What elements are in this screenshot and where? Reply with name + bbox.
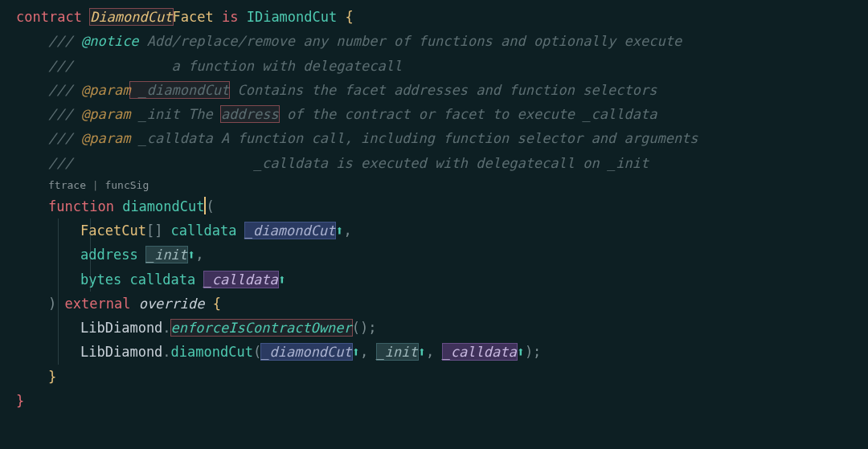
arrow-icon: ⬆	[335, 222, 343, 239]
arrow-icon: ⬆	[517, 344, 525, 360]
function-signature: function diamondCut(	[16, 194, 852, 218]
lib-name: LibDiamond	[80, 320, 162, 336]
space	[368, 344, 376, 360]
doc-slashes: ///	[48, 33, 73, 49]
brace-open: {	[205, 296, 221, 312]
paren-open: (	[207, 198, 215, 214]
array-brackets: []	[146, 222, 171, 239]
param-diamondcut: _diamondCut	[245, 222, 336, 239]
function-name: diamondCut	[122, 198, 204, 214]
doc-text: Add/replace/remove any number of functio…	[139, 33, 682, 49]
type-bytes: bytes	[80, 271, 129, 288]
comma: ,	[426, 344, 434, 360]
doc-text: Contains the facet addresses and functio…	[229, 82, 657, 98]
doc-slashes: ///	[48, 58, 73, 74]
brace-close: }	[48, 369, 56, 385]
doc-comment: /// @param _diamondCut Contains the face…	[16, 78, 852, 102]
doc-comment: /// @param _init The address of the cont…	[16, 102, 852, 126]
type-address: address	[80, 247, 138, 263]
method-diamondcut: diamondCut	[171, 344, 253, 360]
comma: ,	[195, 247, 203, 263]
codelens-separator: |	[86, 179, 104, 191]
doc-comment: /// @param _calldata A function call, in…	[16, 126, 852, 150]
doc-tag-notice: @notice	[73, 33, 139, 49]
function-param: bytes calldata _calldata⬆	[16, 267, 852, 292]
brace-close-line: }	[16, 389, 852, 413]
paren-close-semi: );	[525, 344, 541, 360]
doc-param-name: _diamondCut	[130, 82, 229, 98]
doc-comment: /// @notice Add/replace/remove any numbe…	[16, 29, 852, 53]
codelens-ftrace[interactable]: ftrace	[48, 179, 86, 191]
dot: .	[162, 344, 170, 360]
param-calldata: _calldata	[204, 271, 278, 288]
function-param: address _init⬆,	[16, 243, 852, 267]
comma: ,	[360, 344, 368, 360]
paren-close: )	[48, 296, 56, 312]
keyword-external: external	[65, 296, 131, 312]
codelens-funcsig[interactable]: funcSig	[104, 179, 149, 191]
code-line: contract DiamondCutFacet is IDiamondCut …	[16, 5, 852, 29]
keyword-contract: contract	[16, 9, 82, 25]
method-enforce-owner: enforceIsContractOwner	[171, 320, 352, 336]
doc-slashes: ///	[48, 130, 73, 146]
doc-comment: /// a function with delegatecall	[16, 54, 852, 78]
brace-open: {	[337, 9, 353, 25]
keyword-is: is	[222, 9, 238, 25]
doc-tag-param: @param	[73, 130, 131, 146]
arg-diamondcut: _diamondCut	[261, 344, 352, 360]
doc-text: _calldata is executed with delegatecall …	[73, 155, 649, 171]
arrow-icon: ⬆	[352, 344, 360, 360]
contract-name-part: Facet	[173, 9, 214, 25]
data-location: calldata	[171, 222, 237, 239]
statement: LibDiamond.enforceIsContractOwner();	[16, 316, 852, 340]
doc-slashes: ///	[48, 106, 73, 122]
doc-tag-param: @param	[73, 106, 131, 122]
keyword-override: override	[139, 296, 205, 312]
doc-word-address: address	[221, 106, 279, 122]
doc-slashes: ///	[48, 82, 73, 98]
dot: .	[162, 320, 170, 336]
doc-text: The	[180, 106, 221, 122]
data-location: calldata	[129, 271, 195, 288]
function-param: FacetCut[] calldata _diamondCut⬆,	[16, 218, 852, 243]
doc-tag-param: @param	[73, 82, 131, 98]
doc-slashes: ///	[48, 155, 73, 171]
keyword-function: function	[48, 198, 114, 214]
doc-comment: /// _calldata is executed with delegatec…	[16, 151, 852, 175]
param-init: _init	[146, 247, 187, 263]
interface-name: IDiamondCut	[247, 9, 338, 25]
lib-name: LibDiamond	[80, 344, 162, 360]
paren-open: (	[253, 344, 261, 360]
doc-param-name: _init	[130, 106, 179, 122]
code-editor[interactable]: contract DiamondCutFacet is IDiamondCut …	[16, 5, 852, 413]
contract-name-part: DiamondCut	[90, 9, 172, 25]
arrow-icon: ⬆	[187, 247, 195, 263]
space	[434, 344, 442, 360]
brace-close: }	[16, 393, 24, 409]
arrow-icon: ⬆	[418, 344, 426, 360]
codelens: ftrace | funcSig	[16, 175, 852, 194]
statement: LibDiamond.diamondCut(_diamondCut⬆, _ini…	[16, 340, 852, 364]
comma: ,	[344, 222, 352, 239]
arg-init: _init	[377, 344, 418, 360]
arg-calldata: _calldata	[443, 344, 517, 360]
brace-close-line: }	[16, 365, 852, 389]
function-modifiers: ) external override {	[16, 292, 852, 316]
doc-param-name: _calldata	[130, 130, 212, 146]
arrow-icon: ⬆	[278, 271, 286, 288]
text-cursor	[204, 197, 206, 214]
doc-text: a function with delegatecall	[73, 58, 402, 74]
doc-text: A function call, including function sele…	[213, 130, 698, 146]
call-empty: ();	[352, 320, 377, 336]
doc-text: of the contract or facet to execute _cal…	[279, 106, 657, 122]
